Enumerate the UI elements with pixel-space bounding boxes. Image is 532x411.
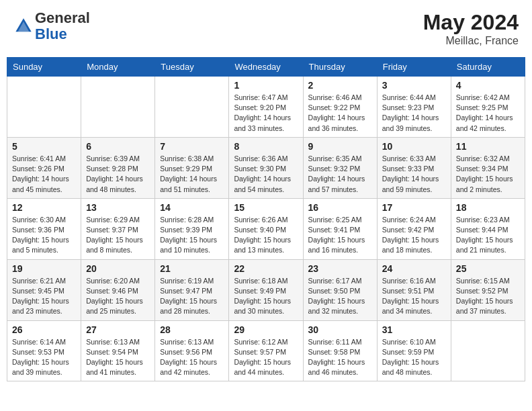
logo-general: General [35, 9, 90, 26]
day-number: 22 [234, 263, 298, 274]
day-header-thursday: Thursday [303, 58, 377, 77]
calendar-cell: 12Sunrise: 6:30 AMSunset: 9:36 PMDayligh… [7, 198, 81, 259]
day-info: Sunrise: 6:16 AMSunset: 9:51 PMDaylight:… [382, 276, 446, 317]
calendar-cell: 22Sunrise: 6:18 AMSunset: 9:49 PMDayligh… [229, 259, 303, 320]
calendar-cell: 26Sunrise: 6:14 AMSunset: 9:53 PMDayligh… [7, 320, 81, 381]
calendar-cell: 23Sunrise: 6:17 AMSunset: 9:50 PMDayligh… [303, 259, 377, 320]
day-info: Sunrise: 6:38 AMSunset: 9:29 PMDaylight:… [160, 154, 224, 195]
day-number: 15 [234, 202, 298, 213]
day-info: Sunrise: 6:32 AMSunset: 9:34 PMDaylight:… [456, 154, 520, 195]
calendar-cell: 5Sunrise: 6:41 AMSunset: 9:26 PMDaylight… [7, 137, 81, 198]
day-info: Sunrise: 6:25 AMSunset: 9:41 PMDaylight:… [308, 215, 372, 256]
day-number: 19 [12, 263, 76, 274]
day-info: Sunrise: 6:33 AMSunset: 9:33 PMDaylight:… [382, 154, 446, 195]
day-info: Sunrise: 6:30 AMSunset: 9:36 PMDaylight:… [12, 215, 76, 256]
day-number: 5 [12, 141, 76, 152]
page-header: General Blue May 2024 Meillac, France [7, 7, 525, 50]
day-number: 8 [234, 141, 298, 152]
day-info: Sunrise: 6:28 AMSunset: 9:39 PMDaylight:… [160, 215, 224, 256]
day-number: 30 [308, 324, 372, 335]
day-header-saturday: Saturday [451, 58, 525, 77]
day-number: 6 [86, 141, 150, 152]
calendar-cell: 19Sunrise: 6:21 AMSunset: 9:45 PMDayligh… [7, 259, 81, 320]
calendar-cell: 9Sunrise: 6:35 AMSunset: 9:32 PMDaylight… [303, 137, 377, 198]
day-info: Sunrise: 6:44 AMSunset: 9:23 PMDaylight:… [382, 93, 446, 134]
day-number: 20 [86, 263, 150, 274]
calendar-cell: 7Sunrise: 6:38 AMSunset: 9:29 PMDaylight… [155, 137, 229, 198]
week-row-1: 1Sunrise: 6:47 AMSunset: 9:20 PMDaylight… [7, 77, 525, 138]
calendar-cell: 21Sunrise: 6:19 AMSunset: 9:47 PMDayligh… [155, 259, 229, 320]
calendar-cell: 1Sunrise: 6:47 AMSunset: 9:20 PMDaylight… [229, 77, 303, 138]
day-number: 11 [456, 141, 520, 152]
day-info: Sunrise: 6:35 AMSunset: 9:32 PMDaylight:… [308, 154, 372, 195]
calendar-cell: 14Sunrise: 6:28 AMSunset: 9:39 PMDayligh… [155, 198, 229, 259]
logo-blue: Blue [35, 26, 67, 42]
calendar-cell: 25Sunrise: 6:15 AMSunset: 9:52 PMDayligh… [451, 259, 525, 320]
calendar-cell: 31Sunrise: 6:10 AMSunset: 9:59 PMDayligh… [377, 320, 451, 381]
day-info: Sunrise: 6:19 AMSunset: 9:47 PMDaylight:… [160, 276, 224, 317]
calendar-cell: 6Sunrise: 6:39 AMSunset: 9:28 PMDaylight… [81, 137, 155, 198]
day-info: Sunrise: 6:39 AMSunset: 9:28 PMDaylight:… [86, 154, 150, 195]
day-number: 10 [382, 141, 446, 152]
day-header-friday: Friday [377, 58, 451, 77]
day-info: Sunrise: 6:41 AMSunset: 9:26 PMDaylight:… [12, 154, 76, 195]
day-number: 27 [86, 324, 150, 335]
day-number: 18 [456, 202, 520, 213]
day-info: Sunrise: 6:24 AMSunset: 9:42 PMDaylight:… [382, 215, 446, 256]
day-number: 9 [308, 141, 372, 152]
day-header-tuesday: Tuesday [155, 58, 229, 77]
day-number: 13 [86, 202, 150, 213]
calendar-cell: 28Sunrise: 6:13 AMSunset: 9:56 PMDayligh… [155, 320, 229, 381]
day-number: 7 [160, 141, 224, 152]
calendar-cell: 29Sunrise: 6:12 AMSunset: 9:57 PMDayligh… [229, 320, 303, 381]
calendar-cell: 24Sunrise: 6:16 AMSunset: 9:51 PMDayligh… [377, 259, 451, 320]
day-info: Sunrise: 6:11 AMSunset: 9:58 PMDaylight:… [308, 337, 372, 378]
day-info: Sunrise: 6:10 AMSunset: 9:59 PMDaylight:… [382, 337, 446, 378]
calendar-cell: 10Sunrise: 6:33 AMSunset: 9:33 PMDayligh… [377, 137, 451, 198]
calendar-cell: 13Sunrise: 6:29 AMSunset: 9:37 PMDayligh… [81, 198, 155, 259]
day-info: Sunrise: 6:23 AMSunset: 9:44 PMDaylight:… [456, 215, 520, 256]
day-info: Sunrise: 6:26 AMSunset: 9:40 PMDaylight:… [234, 215, 298, 256]
day-number: 14 [160, 202, 224, 213]
day-number: 26 [12, 324, 76, 335]
week-row-3: 12Sunrise: 6:30 AMSunset: 9:36 PMDayligh… [7, 198, 525, 259]
day-info: Sunrise: 6:29 AMSunset: 9:37 PMDaylight:… [86, 215, 150, 256]
calendar-cell: 11Sunrise: 6:32 AMSunset: 9:34 PMDayligh… [451, 137, 525, 198]
calendar-cell: 18Sunrise: 6:23 AMSunset: 9:44 PMDayligh… [451, 198, 525, 259]
day-number: 31 [382, 324, 446, 335]
month-year: May 2024 [423, 10, 519, 35]
day-info: Sunrise: 6:12 AMSunset: 9:57 PMDaylight:… [234, 337, 298, 378]
day-info: Sunrise: 6:20 AMSunset: 9:46 PMDaylight:… [86, 276, 150, 317]
calendar-cell: 8Sunrise: 6:36 AMSunset: 9:30 PMDaylight… [229, 137, 303, 198]
title-block: May 2024 Meillac, France [423, 10, 519, 47]
day-number: 28 [160, 324, 224, 335]
day-info: Sunrise: 6:46 AMSunset: 9:22 PMDaylight:… [308, 93, 372, 134]
calendar-cell [7, 77, 81, 138]
day-info: Sunrise: 6:13 AMSunset: 9:54 PMDaylight:… [86, 337, 150, 378]
day-info: Sunrise: 6:14 AMSunset: 9:53 PMDaylight:… [12, 337, 76, 378]
logo-icon [13, 16, 34, 36]
day-info: Sunrise: 6:18 AMSunset: 9:49 PMDaylight:… [234, 276, 298, 317]
day-info: Sunrise: 6:47 AMSunset: 9:20 PMDaylight:… [234, 93, 298, 134]
day-header-sunday: Sunday [7, 58, 81, 77]
calendar-header: SundayMondayTuesdayWednesdayThursdayFrid… [7, 58, 525, 77]
calendar-cell: 27Sunrise: 6:13 AMSunset: 9:54 PMDayligh… [81, 320, 155, 381]
calendar-table: SundayMondayTuesdayWednesdayThursdayFrid… [7, 57, 525, 381]
day-number: 25 [456, 263, 520, 274]
calendar-cell: 17Sunrise: 6:24 AMSunset: 9:42 PMDayligh… [377, 198, 451, 259]
week-row-2: 5Sunrise: 6:41 AMSunset: 9:26 PMDaylight… [7, 137, 525, 198]
calendar-cell [451, 320, 525, 381]
day-number: 2 [308, 80, 372, 91]
day-info: Sunrise: 6:15 AMSunset: 9:52 PMDaylight:… [456, 276, 520, 317]
week-row-4: 19Sunrise: 6:21 AMSunset: 9:45 PMDayligh… [7, 259, 525, 320]
calendar-cell: 15Sunrise: 6:26 AMSunset: 9:40 PMDayligh… [229, 198, 303, 259]
calendar-cell: 20Sunrise: 6:20 AMSunset: 9:46 PMDayligh… [81, 259, 155, 320]
day-headers-row: SundayMondayTuesdayWednesdayThursdayFrid… [7, 58, 525, 77]
day-info: Sunrise: 6:17 AMSunset: 9:50 PMDaylight:… [308, 276, 372, 317]
day-number: 3 [382, 80, 446, 91]
calendar-cell: 4Sunrise: 6:42 AMSunset: 9:25 PMDaylight… [451, 77, 525, 138]
day-number: 23 [308, 263, 372, 274]
location: Meillac, France [423, 35, 519, 47]
calendar-cell: 3Sunrise: 6:44 AMSunset: 9:23 PMDaylight… [377, 77, 451, 138]
day-info: Sunrise: 6:36 AMSunset: 9:30 PMDaylight:… [234, 154, 298, 195]
